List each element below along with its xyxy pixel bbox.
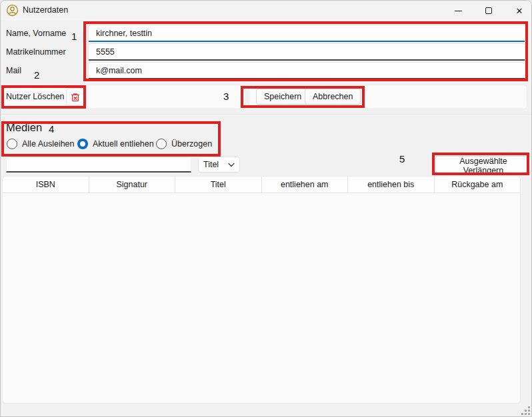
- trash-x-icon: [70, 92, 81, 103]
- chevron-down-icon: [228, 163, 235, 167]
- radio-alle-ausleihen[interactable]: Alle Ausleihen: [7, 139, 75, 149]
- window-title: Nutzerdaten: [23, 5, 68, 15]
- matrikelnummer-input[interactable]: [88, 43, 525, 61]
- column-header-titel[interactable]: Titel: [175, 177, 262, 193]
- radio-unchecked-icon: [156, 139, 167, 149]
- annotation-number-5: 5: [399, 153, 405, 165]
- delete-user-label: Nutzer Löschen: [6, 92, 65, 101]
- save-button[interactable]: Speichern: [256, 89, 309, 105]
- maximize-button[interactable]: [473, 1, 504, 21]
- radio-ueberzogen[interactable]: Überzogen: [156, 139, 212, 149]
- cancel-button[interactable]: Abbrechen: [305, 89, 361, 105]
- delete-user-button[interactable]: [66, 88, 85, 106]
- matrikelnummer-label: Matrikelnummer: [6, 47, 66, 57]
- name-input[interactable]: [88, 25, 525, 42]
- resize-grip[interactable]: [520, 405, 530, 415]
- column-header-entliehen-am[interactable]: entliehen am: [262, 177, 349, 193]
- radio-checked-icon: [77, 139, 88, 149]
- column-header-isbn[interactable]: ISBN: [3, 177, 89, 193]
- mail-label: Mail: [6, 66, 21, 75]
- minimize-icon: [455, 11, 462, 11]
- mail-input[interactable]: [88, 62, 525, 79]
- minimize-button[interactable]: [443, 1, 473, 21]
- annotation-number-1: 1: [71, 31, 77, 42]
- media-search-input[interactable]: [6, 157, 191, 173]
- table-body-empty: [3, 193, 520, 404]
- loans-table: ISBN Signatur Titel entliehen am entlieh…: [2, 176, 521, 404]
- name-label: Name, Vorname: [6, 29, 66, 38]
- filter-select-value: Titel: [203, 160, 219, 169]
- titlebar: Nutzerdaten ✕: [1, 1, 532, 21]
- annotation-number-4: 4: [49, 123, 54, 135]
- user-circle-icon: [6, 4, 19, 17]
- radio-aktuell-entliehen[interactable]: Aktuell entliehen: [77, 139, 154, 149]
- nutzerdaten-window: Nutzerdaten ✕ Name, Vorname Matrikelnumm…: [0, 0, 532, 417]
- radio-label: Überzogen: [171, 139, 212, 149]
- close-button[interactable]: ✕: [504, 1, 532, 21]
- filter-select[interactable]: Titel: [198, 157, 240, 173]
- section-divider-highlight: [1, 115, 532, 115]
- column-header-signatur[interactable]: Signatur: [89, 177, 176, 193]
- radio-label: Alle Ausleihen: [22, 139, 75, 149]
- maximize-icon: [485, 7, 492, 14]
- close-icon: ✕: [516, 7, 523, 15]
- annotation-number-2: 2: [34, 69, 39, 81]
- medien-heading: Medien: [6, 121, 42, 134]
- radio-label: Aktuell entliehen: [93, 139, 154, 149]
- extend-selected-button[interactable]: Ausgewählte Verlängern: [435, 156, 531, 173]
- annotation-number-3: 3: [223, 91, 229, 102]
- table-header-row: ISBN Signatur Titel entliehen am entlieh…: [3, 177, 520, 193]
- column-header-entliehen-bis[interactable]: entliehen bis: [348, 177, 435, 193]
- radio-unchecked-icon: [7, 139, 17, 149]
- column-header-rueckgabe-am[interactable]: Rückgabe am: [435, 177, 521, 193]
